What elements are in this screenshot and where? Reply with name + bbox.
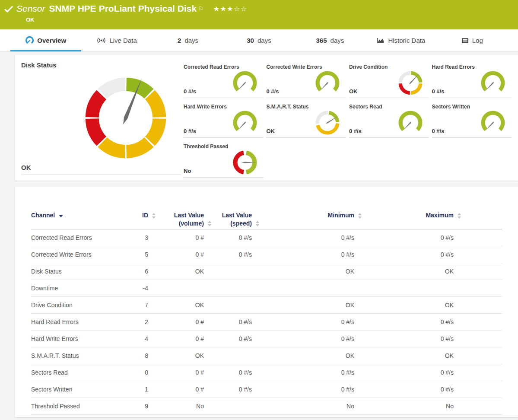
- channel-gauge: [231, 108, 259, 137]
- cell-id: -4: [118, 280, 148, 296]
- channel-gauge-cell[interactable]: Hard Write Errors 0 #/s: [184, 103, 264, 138]
- tab-30-days[interactable]: 30 days: [223, 29, 294, 51]
- cell-maximum: 0 #/s: [354, 331, 454, 347]
- table-row[interactable]: Downtime -4: [31, 280, 502, 297]
- cell-channel: Hard Read Errors: [31, 314, 118, 330]
- cell-channel: Disk Status: [31, 263, 118, 280]
- column-header-last-value-volume[interactable]: Last Value (volume): [148, 211, 204, 228]
- tab-overview[interactable]: Overview: [10, 29, 81, 51]
- tab-365-days[interactable]: 365 days: [295, 29, 365, 51]
- table-row[interactable]: Drive Condition 7 OK OK OK: [31, 297, 502, 314]
- channel-gauge-cell[interactable]: Threshold Passed No: [184, 143, 264, 178]
- cell-minimum: 0 #/s: [252, 314, 354, 330]
- cell-channel: Hard Write Errors: [31, 331, 118, 347]
- tab-label: Live Data: [109, 37, 137, 44]
- sort-arrows-icon: [458, 213, 461, 219]
- channel-gauge-cell[interactable]: Sectors Written 0 #/s: [432, 103, 512, 138]
- cell-minimum: OK: [252, 263, 354, 280]
- column-label: Last Value: [148, 211, 204, 220]
- cell-minimum: 0 #/s: [252, 331, 354, 347]
- priority-stars[interactable]: ★★★☆☆: [213, 5, 248, 13]
- cell-maximum: OK: [354, 263, 454, 280]
- channel-gauge-cell[interactable]: Corrected Read Errors 0 #/s: [184, 64, 264, 98]
- column-label: Channel: [31, 212, 55, 219]
- tab-label: Log: [472, 37, 483, 44]
- cell-last-value-volume: [148, 280, 204, 296]
- table-row[interactable]: Corrected Read Errors 3 0 # 0 #/s 0 #/s …: [31, 229, 502, 246]
- tab-bar: Overview Live Data 2 days 30 days 365 da…: [0, 29, 518, 52]
- disk-status-cell: Disk Status OK: [15, 55, 184, 181]
- cell-channel: Corrected Write Errors: [31, 246, 118, 263]
- priority-flag-icon[interactable]: ⚐: [198, 5, 204, 12]
- column-header-id[interactable]: ID: [118, 211, 148, 220]
- column-header-last-value-speed[interactable]: Last Value (speed): [204, 211, 252, 228]
- column-header-channel[interactable]: Channel: [31, 211, 118, 220]
- column-label: Minimum: [328, 212, 354, 219]
- cell-last-value-volume: OK: [148, 297, 204, 313]
- cell-channel: S.M.A.R.T. Status: [31, 347, 118, 364]
- tab-log[interactable]: Log: [437, 29, 508, 51]
- channel-gauge-value: 0 #/s: [184, 88, 196, 95]
- channel-gauge: [231, 69, 259, 97]
- channel-gauge-cell[interactable]: S.M.A.R.T. Status OK: [267, 103, 346, 138]
- cell-channel: Drive Condition: [31, 297, 118, 313]
- cell-maximum: 0 #/s: [354, 246, 454, 263]
- cell-last-value-speed: [204, 263, 252, 280]
- channel-gauge-value: 0 #/s: [267, 88, 279, 95]
- cell-maximum: OK: [354, 347, 454, 364]
- cell-last-value-speed: [204, 398, 252, 414]
- channel-gauge-grid: Corrected Read Errors 0 #/s Corrected Wr…: [184, 55, 518, 181]
- cell-maximum: 0 #/s: [354, 229, 454, 246]
- table-row[interactable]: Sectors Written 1 0 # 0 #/s 0 #/s 0 #/s: [31, 381, 502, 398]
- table-row[interactable]: Hard Read Errors 2 0 # 0 #/s 0 #/s 0 #/s: [31, 314, 502, 331]
- tab-historic-data[interactable]: Historic Data: [365, 29, 436, 51]
- sensor-title: SNMP HPE ProLiant Physical Disk: [49, 3, 197, 14]
- channel-gauge: [231, 148, 259, 177]
- cell-last-value-volume: 0 #: [148, 331, 204, 347]
- cell-id: 2: [118, 314, 148, 330]
- channel-gauge: [313, 69, 342, 97]
- tab-label: Historic Data: [388, 37, 425, 44]
- table-row[interactable]: Disk Status 6 OK OK OK: [31, 263, 502, 280]
- channel-gauge-cell[interactable]: Hard Read Errors 0 #/s: [432, 64, 512, 98]
- tab-2-days[interactable]: 2 days: [153, 29, 223, 51]
- table-row[interactable]: Threshold Passed 9 No No No: [31, 398, 502, 415]
- tab-live-data[interactable]: Live Data: [81, 29, 152, 51]
- table-row[interactable]: S.M.A.R.T. Status 8 OK OK OK: [31, 347, 502, 364]
- tab-label: days: [331, 37, 344, 44]
- tab-number: 365: [316, 37, 327, 44]
- cell-minimum: 0 #/s: [252, 246, 354, 263]
- column-header-maximum[interactable]: Maximum: [354, 211, 454, 220]
- tab-label: Overview: [37, 37, 66, 44]
- cell-last-value-speed: [204, 280, 252, 296]
- cell-last-value-speed: [204, 297, 252, 313]
- column-label: Maximum: [426, 212, 454, 219]
- sort-arrows-icon: [256, 221, 259, 226]
- channel-gauge-cell[interactable]: Sectors Read 0 #/s: [349, 103, 429, 138]
- cell-maximum: No: [354, 398, 454, 414]
- cell-id: 4: [118, 331, 148, 347]
- chevron-down-icon: [59, 215, 63, 217]
- column-label: (volume): [148, 220, 204, 228]
- cell-minimum: OK: [252, 347, 354, 364]
- cell-channel: Sectors Read: [31, 364, 118, 381]
- gauge-icon: [25, 36, 34, 45]
- cell-maximum: 0 #/s: [354, 314, 454, 330]
- cell-last-value-speed: 0 #/s: [204, 229, 252, 246]
- cell-id: 5: [118, 246, 148, 263]
- channel-gauge-cell[interactable]: Drive Condition OK: [349, 64, 429, 98]
- table-row[interactable]: Corrected Write Errors 5 0 # 0 #/s 0 #/s…: [31, 246, 502, 263]
- table-row[interactable]: Sectors Read 0 0 # 0 #/s 0 #/s 0 #/s: [31, 364, 502, 381]
- stars-filled: ★★★: [213, 5, 234, 13]
- cell-maximum: 0 #/s: [354, 381, 454, 398]
- cell-last-value-speed: 0 #/s: [204, 364, 252, 381]
- cell-last-value-volume: 0 #: [148, 229, 204, 246]
- cell-channel: Downtime: [31, 280, 118, 296]
- channel-gauge: [396, 69, 425, 97]
- channel-gauge-cell[interactable]: Corrected Write Errors 0 #/s: [267, 64, 346, 98]
- channel-gauge-value: OK: [267, 128, 275, 134]
- table-row[interactable]: Hard Write Errors 4 0 # 0 #/s 0 #/s 0 #/…: [31, 331, 502, 347]
- stars-empty: ☆☆: [234, 5, 248, 13]
- channels-table-panel: Channel ID Last Value (volume) Last Valu…: [15, 187, 518, 417]
- column-header-minimum[interactable]: Minimum: [252, 211, 354, 220]
